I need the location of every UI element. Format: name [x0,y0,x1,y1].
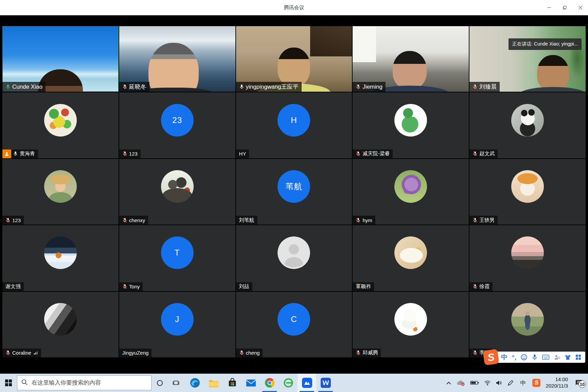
start-button[interactable] [0,374,17,392]
volume-icon[interactable] [496,380,502,386]
notification-center-button[interactable]: 10 [573,378,585,388]
pen-ink-icon[interactable] [507,380,514,386]
mic-muted-icon [473,284,478,289]
chrome-taskbar-icon[interactable] [260,374,279,392]
participant-label: Tony [119,282,143,291]
person-night-mode-icon[interactable] [554,354,560,360]
mic-on-icon [5,84,11,89]
participant-name: 刘苇航 [239,217,254,224]
participant-tile[interactable]: 李琰 [469,292,586,357]
sogou-tray-icon[interactable]: S [532,379,540,387]
participant-label: 延晓冬 [119,82,149,92]
taskbar-clock[interactable]: 14:00 2020/11/3 [546,376,568,389]
participant-label: Cunde Xiao [2,82,46,92]
participant-tile[interactable]: H HY [236,92,352,158]
avatar-image-sunset [511,236,544,269]
participant-tile[interactable]: 谢文强 [2,225,119,291]
participant-tile[interactable]: 减灾院-梁睿 [353,92,469,158]
participant-label: 徐霞 [469,282,493,291]
participant-tile[interactable]: chenxy [119,159,235,225]
participant-tile[interactable]: T Tony [119,225,235,291]
participant-label: 覃颖祚 [353,282,374,291]
participant-tile[interactable]: 王轶男 [469,159,586,225]
participant-tile[interactable]: 123 [2,159,119,225]
participant-tile[interactable]: 赵文武 [469,92,586,158]
participant-name: hym [362,217,372,223]
mic-on-icon [239,84,244,89]
participant-grid: Cunde Xiao 延晓冬 yingpingwang王应平 Jieming 刘… [2,26,586,357]
store-taskbar-icon[interactable] [223,374,242,392]
participant-tile[interactable]: 徐霞 [469,225,586,291]
participant-tile[interactable]: 覃颖祚 [353,225,469,291]
clock-date: 2020/11/3 [546,383,568,389]
ime-chinese-mode-icon[interactable]: 中 [501,353,507,362]
participant-tile[interactable]: 刘喆 [236,225,352,291]
sogou-logo-icon[interactable]: S [483,349,499,366]
participant-tile[interactable]: 刘臻晨 正在讲话: Cunde Xiao; yingpi... [469,26,586,92]
window-titlebar: 腾讯会议 [0,0,588,15]
edge-taskbar-icon[interactable] [185,374,204,392]
participant-tile[interactable]: yingpingwang王应平 [236,26,352,92]
search-input[interactable] [31,379,147,387]
mic-muted-icon [473,84,478,89]
participant-tile[interactable]: Cunde Xiao [2,26,119,92]
maximize-button[interactable] [557,0,572,15]
avatar-image-teacher [161,170,194,203]
onedrive-error-icon[interactable] [456,380,465,386]
signal-strength-icon [34,351,38,355]
ime-punctuation-icon[interactable]: °, [512,354,516,361]
close-button[interactable] [572,0,588,15]
windows-taskbar: 中 S 14:00 2020/11/3 10 [0,374,588,392]
taskbar-search-box[interactable] [17,375,152,390]
tray-chevron-up-icon[interactable] [446,381,451,385]
avatar-image-panda [511,104,544,137]
mic-muted-icon [122,218,127,223]
participant-tile[interactable]: 延晓冬 [119,26,235,92]
ime-indicator[interactable]: 中 [519,378,527,388]
participant-label: Coraline [2,349,41,357]
participant-name: 覃颖祚 [356,283,371,290]
participant-label: cheng [236,349,263,357]
mic-muted-icon [473,218,478,223]
emoji-icon[interactable] [521,354,527,360]
participant-tile[interactable]: Coraline [2,292,119,357]
voice-input-icon[interactable] [532,354,538,360]
battery-icon[interactable] [470,380,479,385]
participant-tile[interactable]: hym [353,159,469,225]
participant-name: 刘喆 [239,283,249,290]
participant-tile[interactable]: C cheng [236,292,352,357]
sogou-ime-toolbar[interactable]: S 中 °, [485,352,585,363]
cortana-button[interactable] [152,374,168,392]
mic-muted-icon [239,350,244,355]
participant-tile[interactable]: 苇航 刘苇航 [236,159,352,225]
minimize-button[interactable] [541,0,557,15]
participant-tile[interactable]: 邱威腾 [353,292,469,357]
participant-name: 王轶男 [479,217,495,224]
participant-name: Coraline [12,350,31,356]
mic-on-icon [13,151,18,156]
mic-muted-icon [122,151,127,156]
toolbox-grid-icon[interactable] [575,354,581,360]
participant-tile[interactable]: 23 123 [119,92,235,158]
participant-name: 邱威腾 [362,350,378,356]
keyboard-icon[interactable] [542,355,549,360]
tencent-meeting-taskbar-icon[interactable] [298,374,316,392]
taskbar-apps [185,374,335,392]
avatar-image-drawing [44,104,77,137]
participant-tile[interactable]: 黄海青 [2,92,119,158]
file-explorer-taskbar-icon[interactable] [204,374,223,392]
wifi-icon[interactable] [484,380,491,386]
mail-taskbar-icon[interactable] [242,374,260,392]
mic-muted-icon [122,284,127,289]
avatar-image-duck [394,303,427,336]
participant-tile[interactable]: J JingyuZeng [119,292,235,357]
word-taskbar-icon[interactable] [316,374,335,392]
avatar-initials: H [278,104,310,137]
participant-label: 刘苇航 [236,216,257,225]
skin-tshirt-icon[interactable] [565,354,571,360]
participant-name: chenxy [129,217,145,223]
ie-taskbar-icon[interactable] [279,374,298,392]
task-view-button[interactable] [168,374,184,392]
participant-tile[interactable]: Jieming [353,26,469,92]
avatar-initials: 苇航 [278,170,310,203]
